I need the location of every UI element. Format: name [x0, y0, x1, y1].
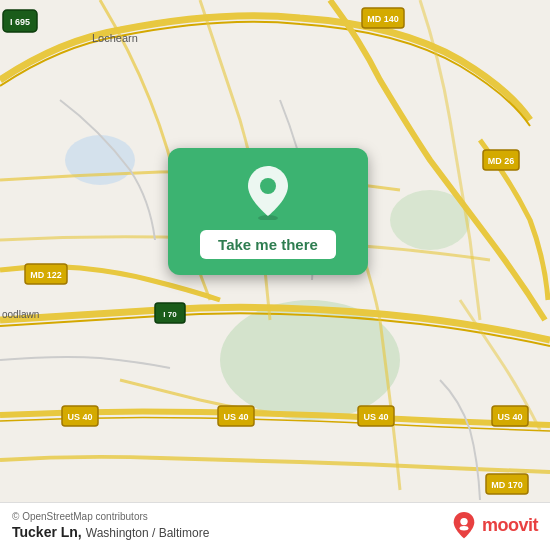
- svg-point-0: [220, 300, 400, 420]
- moovit-brand-icon: [450, 512, 478, 540]
- svg-text:MD 122: MD 122: [30, 270, 62, 280]
- svg-text:US 40: US 40: [67, 412, 92, 422]
- svg-text:US 40: US 40: [497, 412, 522, 422]
- svg-point-29: [460, 526, 469, 530]
- svg-text:MD 26: MD 26: [488, 156, 515, 166]
- map-container: I 695 I 70 MD 140 MD 26 MD 122 US 40 US …: [0, 0, 550, 550]
- svg-point-27: [260, 178, 276, 194]
- svg-text:I 695: I 695: [10, 17, 30, 27]
- attribution-text: © OpenStreetMap contributors: [12, 511, 209, 522]
- svg-point-2: [65, 135, 135, 185]
- moovit-brand-text: moovit: [482, 515, 538, 536]
- svg-text:oodlawn: oodlawn: [2, 309, 39, 320]
- svg-text:Lochearn: Lochearn: [92, 32, 138, 44]
- svg-text:MD 170: MD 170: [491, 480, 523, 490]
- svg-text:US 40: US 40: [363, 412, 388, 422]
- bottom-left: © OpenStreetMap contributors Tucker Ln, …: [12, 511, 209, 540]
- moovit-logo: moovit: [450, 512, 538, 540]
- location-name: Tucker Ln,: [12, 524, 82, 540]
- location-card: Take me there: [168, 148, 368, 275]
- location-sub: Washington / Baltimore: [86, 526, 210, 540]
- svg-text:MD 140: MD 140: [367, 14, 399, 24]
- svg-point-28: [460, 517, 467, 524]
- map-roads: I 695 I 70 MD 140 MD 26 MD 122 US 40 US …: [0, 0, 550, 550]
- bottom-bar: © OpenStreetMap contributors Tucker Ln, …: [0, 502, 550, 550]
- svg-text:US 40: US 40: [223, 412, 248, 422]
- svg-text:I 70: I 70: [163, 310, 177, 319]
- location-pin-icon: [242, 166, 294, 218]
- take-me-there-button[interactable]: Take me there: [200, 230, 336, 259]
